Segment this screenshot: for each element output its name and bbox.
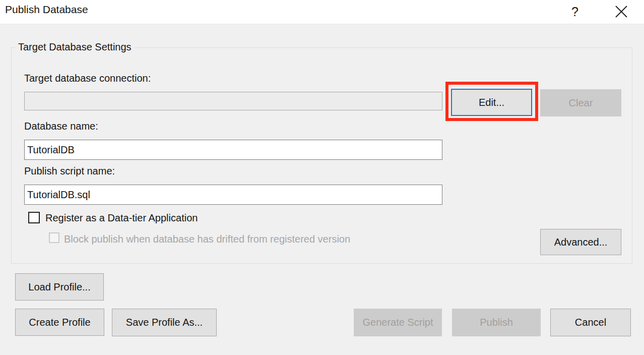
save-profile-as-button-label: Save Profile As... [126,317,203,328]
help-button[interactable]: ? [565,0,585,23]
connection-label: Target database connection: [24,73,151,84]
database-name-label: Database name: [24,121,98,132]
load-profile-button-label: Load Profile... [28,281,90,293]
generate-script-button-label: Generate Script [362,317,433,328]
publish-button-label: Publish [480,317,513,328]
publish-button: Publish [452,309,541,336]
close-icon [615,5,628,18]
block-publish-label: Block publish when database has drifted … [64,233,350,245]
dialog-title: Publish Database [5,4,88,16]
group-title: Target Database Settings [15,41,135,53]
clear-button: Clear [540,89,621,116]
create-profile-button-label: Create Profile [29,317,90,328]
generate-script-button: Generate Script [354,309,442,336]
publish-database-dialog: Publish Database ? Target Database Setti… [0,0,644,355]
cancel-button[interactable]: Cancel [550,309,631,336]
advanced-button[interactable]: Advanced... [540,229,621,255]
close-button[interactable] [611,0,632,23]
register-data-tier-checkbox[interactable] [28,212,40,223]
cancel-button-label: Cancel [575,317,606,328]
publish-script-name-input[interactable] [24,185,442,205]
clear-button-label: Clear [569,97,593,109]
save-profile-as-button[interactable]: Save Profile As... [112,309,217,336]
edit-button-label: Edit... [479,97,504,108]
title-bar: Publish Database ? [0,0,644,24]
register-data-tier-label: Register as a Data-tier Application [45,212,198,224]
publish-script-name-label: Publish script name: [24,165,115,177]
database-name-input[interactable] [24,140,442,160]
block-publish-checkbox [49,232,59,243]
question-mark-icon: ? [571,5,578,19]
create-profile-button[interactable]: Create Profile [15,309,104,336]
connection-input[interactable] [24,92,442,110]
edit-button[interactable]: Edit... [451,89,532,116]
advanced-button-label: Advanced... [554,236,608,248]
load-profile-button[interactable]: Load Profile... [15,273,104,301]
